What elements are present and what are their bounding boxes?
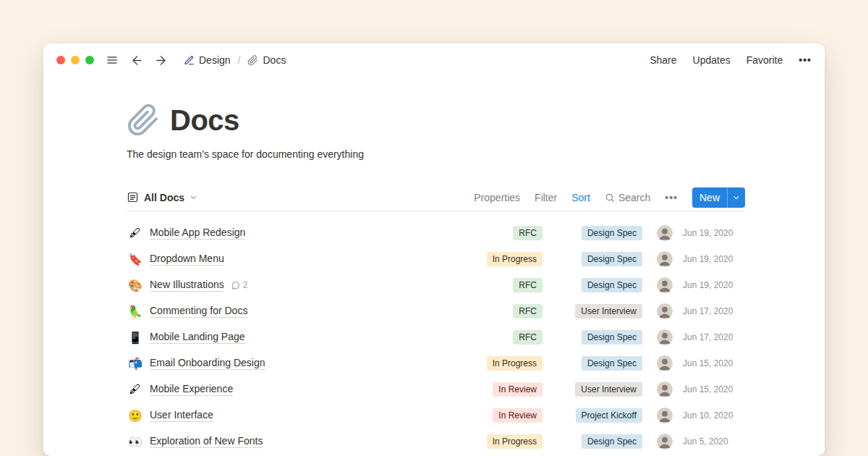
avatar bbox=[657, 355, 673, 371]
doc-title-link[interactable]: Exploration of New Fonts bbox=[150, 435, 263, 448]
doc-row[interactable]: 🙂 User Interface In Review Project Kicko… bbox=[127, 402, 745, 428]
minimize-window-button[interactable] bbox=[71, 56, 80, 64]
doc-row[interactable]: 🦜 Commenting for Docs RFC User Interview… bbox=[127, 298, 745, 324]
avatar bbox=[657, 303, 673, 319]
window-controls bbox=[56, 56, 94, 64]
share-button[interactable]: Share bbox=[650, 54, 676, 66]
search-icon bbox=[605, 193, 615, 203]
more-options-button[interactable]: ••• bbox=[799, 54, 812, 66]
doc-date: Jun 19, 2020 bbox=[683, 280, 745, 290]
doc-row-meta: In Review User Interview Jun 15, 2020 bbox=[457, 381, 745, 397]
doc-row-meta: In Progress Design Spec Jun 15, 2020 bbox=[457, 355, 745, 371]
new-button[interactable]: New bbox=[692, 187, 745, 208]
breadcrumb-separator: / bbox=[238, 54, 241, 66]
doc-type-tag: Design Spec bbox=[582, 226, 642, 240]
close-window-button[interactable] bbox=[56, 56, 65, 64]
doc-row[interactable]: 📱 Mobile Landing Page RFC Design Spec Ju… bbox=[127, 324, 745, 350]
sort-button[interactable]: Sort bbox=[571, 192, 590, 203]
updates-button[interactable]: Updates bbox=[693, 54, 731, 66]
doc-emoji-icon: 🙂 bbox=[127, 409, 144, 423]
doc-date: Jun 10, 2020 bbox=[683, 410, 745, 421]
doc-title-link[interactable]: User Interface bbox=[150, 409, 213, 422]
doc-row[interactable]: 🎨 New Illustrations 2 RFC Design Spec Ju… bbox=[127, 272, 745, 298]
doc-row[interactable]: 🖋 Mobile App Redesign RFC Design Spec Ju… bbox=[127, 220, 745, 246]
status-tag: In Review bbox=[493, 408, 542, 423]
comment-count: 2 bbox=[243, 280, 248, 290]
avatar bbox=[657, 277, 673, 293]
avatar bbox=[657, 251, 673, 267]
status-tag: RFC bbox=[513, 226, 542, 240]
doc-emoji-icon: 🔖 bbox=[127, 253, 144, 266]
doc-title-link[interactable]: Commenting for Docs bbox=[150, 305, 247, 318]
avatar bbox=[657, 381, 673, 397]
doc-type-tag: Design Spec bbox=[582, 330, 642, 345]
doc-row[interactable]: 📬 Email Onboarding Design In Progress De… bbox=[127, 350, 745, 376]
sidebar-toggle-icon[interactable] bbox=[106, 54, 119, 66]
page-header: Docs The design team's space for documen… bbox=[127, 101, 745, 161]
doc-row-meta: RFC User Interview Jun 17, 2020 bbox=[457, 303, 745, 319]
breadcrumb: Design / Docs bbox=[181, 53, 289, 67]
avatar bbox=[657, 329, 673, 345]
view-switcher-label: All Docs bbox=[144, 192, 184, 203]
doc-date: Jun 5, 2020 bbox=[683, 436, 745, 447]
breadcrumb-label: Docs bbox=[263, 54, 286, 66]
doc-title-link[interactable]: Mobile Landing Page bbox=[150, 331, 245, 344]
status-tag: In Progress bbox=[487, 434, 542, 449]
properties-button[interactable]: Properties bbox=[474, 192, 520, 203]
doc-row-meta: In Review Project Kickoff Jun 10, 2020 bbox=[457, 408, 745, 423]
view-more-button[interactable]: ••• bbox=[665, 192, 678, 203]
doc-row[interactable]: 👀 Exploration of New Fonts In Progress D… bbox=[127, 428, 745, 455]
paperclip-icon[interactable] bbox=[127, 104, 160, 137]
doc-title-link[interactable]: Email Onboarding Design bbox=[150, 357, 265, 370]
doc-title-link[interactable]: Dropdown Menu bbox=[150, 253, 224, 266]
doc-row-meta: In Progress Design Spec Jun 5, 2020 bbox=[457, 434, 745, 449]
status-tag: In Progress bbox=[487, 356, 542, 371]
doc-row[interactable]: 🖋 Mobile Experience In Review User Inter… bbox=[127, 376, 745, 402]
doc-title-link[interactable]: Mobile App Redesign bbox=[150, 227, 245, 240]
doc-title-link[interactable]: New Illustrations bbox=[150, 279, 224, 292]
status-tag: RFC bbox=[513, 304, 542, 318]
avatar bbox=[657, 225, 673, 241]
doc-type-tag: Project Kickoff bbox=[576, 408, 642, 423]
doc-title-link[interactable]: Mobile Experience bbox=[150, 383, 233, 396]
doc-emoji-icon: 📬 bbox=[127, 357, 144, 371]
favorite-button[interactable]: Favorite bbox=[746, 54, 783, 66]
doc-row-meta: RFC Design Spec Jun 19, 2020 bbox=[457, 225, 745, 241]
view-switcher[interactable]: All Docs bbox=[127, 191, 197, 203]
zoom-window-button[interactable] bbox=[85, 56, 94, 64]
avatar bbox=[657, 408, 673, 423]
doc-row-meta: In Progress Design Spec Jun 19, 2020 bbox=[457, 251, 745, 267]
doc-date: Jun 19, 2020 bbox=[683, 254, 745, 264]
doc-row[interactable]: 🔖 Dropdown Menu In Progress Design Spec … bbox=[127, 246, 745, 272]
breadcrumb-item-design[interactable]: Design bbox=[181, 53, 234, 67]
doc-list-view-icon bbox=[127, 191, 139, 203]
page-title[interactable]: Docs bbox=[170, 104, 239, 137]
page-description[interactable]: The design team's space for documenting … bbox=[127, 148, 745, 161]
back-button[interactable] bbox=[130, 54, 144, 67]
titlebar-actions: Share Updates Favorite ••• bbox=[650, 54, 812, 66]
doc-emoji-icon: 🎨 bbox=[127, 279, 144, 292]
new-button-chevron[interactable] bbox=[728, 187, 745, 208]
avatar bbox=[657, 434, 673, 449]
doc-emoji-icon: 📱 bbox=[127, 331, 144, 345]
paperclip-icon bbox=[247, 55, 258, 66]
view-toolbar: All Docs Properties Filter Sort Search •… bbox=[127, 184, 745, 211]
comment-count-badge[interactable]: 2 bbox=[231, 280, 248, 290]
search-button[interactable]: Search bbox=[605, 192, 650, 203]
breadcrumb-item-docs[interactable]: Docs bbox=[244, 53, 289, 67]
filter-button[interactable]: Filter bbox=[535, 192, 557, 203]
doc-date: Jun 19, 2020 bbox=[683, 228, 745, 238]
doc-type-tag: Design Spec bbox=[582, 356, 642, 371]
search-label: Search bbox=[618, 192, 650, 203]
pen-icon bbox=[184, 55, 195, 66]
comment-bubble-icon bbox=[231, 281, 240, 290]
doc-emoji-icon: 🦜 bbox=[127, 305, 144, 318]
status-tag: RFC bbox=[513, 330, 542, 345]
doc-date: Jun 17, 2020 bbox=[683, 306, 745, 316]
doc-type-tag: User Interview bbox=[575, 304, 642, 318]
doc-row-meta: RFC Design Spec Jun 17, 2020 bbox=[457, 329, 745, 345]
status-tag: In Progress bbox=[487, 252, 542, 266]
doc-emoji-icon: 👀 bbox=[127, 435, 144, 449]
forward-button[interactable] bbox=[154, 54, 168, 67]
doc-date: Jun 15, 2020 bbox=[683, 384, 745, 394]
